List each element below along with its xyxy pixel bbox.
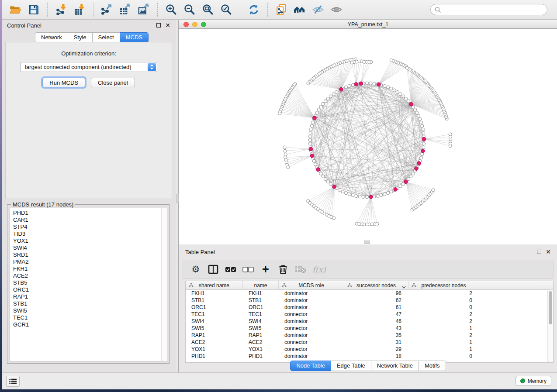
export-network-icon[interactable] xyxy=(100,2,114,17)
close-panel-button[interactable]: Close panel xyxy=(91,78,135,87)
network-node[interactable] xyxy=(365,196,368,199)
tab-network[interactable]: Network xyxy=(35,32,68,43)
network-node[interactable] xyxy=(315,111,318,114)
network-node[interactable] xyxy=(396,90,399,93)
network-node[interactable] xyxy=(338,189,341,192)
network-node[interactable] xyxy=(308,138,311,141)
mcds-hub-node[interactable] xyxy=(313,116,317,120)
table-row[interactable]: TEC1TEC1connector472 xyxy=(186,311,553,318)
network-node[interactable] xyxy=(383,193,386,196)
network-node[interactable] xyxy=(409,175,412,178)
satellite-node[interactable] xyxy=(307,82,310,85)
network-node[interactable] xyxy=(421,153,424,156)
network-node[interactable] xyxy=(326,180,329,183)
table-row[interactable]: FKH1FKH1dominator962 xyxy=(186,290,553,297)
save-icon[interactable] xyxy=(26,2,41,17)
mcds-hub-node[interactable] xyxy=(316,168,320,172)
vertical-splitter[interactable] xyxy=(176,20,179,372)
import-network-icon[interactable] xyxy=(54,2,69,17)
delete-table-icon[interactable] xyxy=(295,262,306,277)
list-item[interactable]: RAP1 xyxy=(13,293,161,300)
network-node[interactable] xyxy=(415,111,419,114)
apply-function-icon[interactable]: f(x) xyxy=(312,262,326,277)
list-item[interactable]: SWI4 xyxy=(13,244,161,251)
close-panel-icon[interactable]: ✕ xyxy=(546,250,551,254)
network-node[interactable] xyxy=(326,97,329,100)
horizontal-splitter-grip[interactable] xyxy=(364,241,370,244)
table-row[interactable]: STB1STB1dominator620 xyxy=(186,297,553,304)
list-item[interactable]: STP4 xyxy=(13,224,161,230)
network-node[interactable] xyxy=(390,87,393,90)
table-row[interactable]: SWI4SWI4dominator462 xyxy=(186,318,553,325)
tab-motifs[interactable]: Motifs xyxy=(419,361,446,371)
delete-column-trash-icon[interactable] xyxy=(277,262,289,277)
network-node[interactable] xyxy=(422,146,425,149)
network-node[interactable] xyxy=(376,194,379,197)
tab-node-table[interactable]: Node Table xyxy=(290,361,331,371)
network-node[interactable] xyxy=(419,156,422,159)
close-panel-icon[interactable]: ✕ xyxy=(165,23,170,28)
network-node[interactable] xyxy=(412,172,415,175)
network-node[interactable] xyxy=(422,142,426,145)
tab-style[interactable]: Style xyxy=(68,32,93,43)
network-node[interactable] xyxy=(355,194,358,197)
mcds-hub-node[interactable] xyxy=(354,83,358,86)
list-item[interactable]: TID3 xyxy=(13,230,161,237)
satellite-node[interactable] xyxy=(278,112,281,115)
list-item[interactable]: PHD1 xyxy=(13,210,161,217)
network-node[interactable] xyxy=(335,90,338,93)
run-mcds-button[interactable]: Run MCDS xyxy=(42,78,85,87)
tab-select[interactable]: Select xyxy=(93,32,120,43)
table-row[interactable]: YOX1YOX1connector291 xyxy=(186,346,553,353)
network-node[interactable] xyxy=(362,196,365,199)
tab-edge-table[interactable]: Edge Table xyxy=(331,361,371,371)
column-header-name[interactable]: name xyxy=(243,281,279,289)
network-node[interactable] xyxy=(390,190,393,193)
mcds-hub-node[interactable] xyxy=(421,149,425,153)
search-input[interactable] xyxy=(441,7,543,13)
select-all-checkboxes-icon[interactable] xyxy=(225,262,236,277)
search-box[interactable] xyxy=(430,4,547,15)
network-canvas[interactable] xyxy=(179,29,557,244)
satellite-node[interactable] xyxy=(350,61,353,64)
network-node[interactable] xyxy=(314,163,317,166)
list-item[interactable]: STB1 xyxy=(13,300,161,307)
network-node[interactable] xyxy=(308,142,311,145)
add-column-icon[interactable]: + xyxy=(260,262,271,277)
network-node[interactable] xyxy=(351,194,354,197)
network-node[interactable] xyxy=(329,182,332,186)
network-node[interactable] xyxy=(324,178,327,181)
network-node[interactable] xyxy=(319,172,322,175)
network-node[interactable] xyxy=(310,124,313,127)
list-item[interactable]: ACE2 xyxy=(13,272,161,279)
memory-button[interactable]: Memory xyxy=(515,376,551,386)
export-image-icon[interactable] xyxy=(136,2,151,17)
list-item[interactable]: SWI5 xyxy=(13,307,161,314)
network-node[interactable] xyxy=(341,190,344,193)
network-node[interactable] xyxy=(419,121,422,124)
mcds-hub-node[interactable] xyxy=(415,167,419,171)
list-item[interactable]: SRD1 xyxy=(13,251,161,258)
show-all-eye-icon[interactable] xyxy=(329,2,344,17)
table-row[interactable]: PHD1PHD1dominator180 xyxy=(186,353,553,360)
network-node[interactable] xyxy=(351,83,354,86)
list-item[interactable]: YOX1 xyxy=(13,237,161,244)
first-neighbors-icon[interactable] xyxy=(292,2,307,17)
mcds-hub-node[interactable] xyxy=(339,87,343,91)
splitter-grip[interactable] xyxy=(176,194,179,203)
hide-selected-eye-icon[interactable] xyxy=(311,2,325,17)
network-node[interactable] xyxy=(373,195,376,198)
network-node[interactable] xyxy=(324,100,327,103)
network-graph[interactable] xyxy=(179,29,557,244)
network-node[interactable] xyxy=(322,175,325,178)
satellite-node[interactable] xyxy=(432,189,435,192)
satellite-node[interactable] xyxy=(283,146,286,149)
table-row[interactable]: ORC1ORC1dominator610 xyxy=(186,304,553,311)
table-scrollbar[interactable] xyxy=(547,290,553,362)
criterion-dropdown[interactable]: largest connected component (undirected) xyxy=(20,62,157,72)
satellite-node[interactable] xyxy=(284,149,287,152)
float-panel-icon[interactable] xyxy=(537,250,541,254)
table-row[interactable]: ACE2ACE2connector311 xyxy=(186,339,553,346)
network-node[interactable] xyxy=(358,195,361,198)
satellite-node[interactable] xyxy=(332,217,336,220)
